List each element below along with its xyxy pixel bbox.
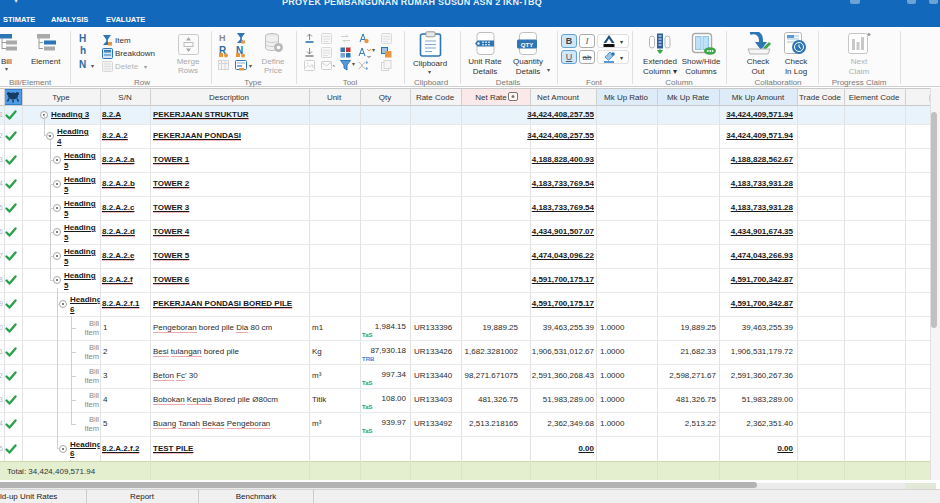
svg-text:QTY: QTY xyxy=(521,42,533,48)
